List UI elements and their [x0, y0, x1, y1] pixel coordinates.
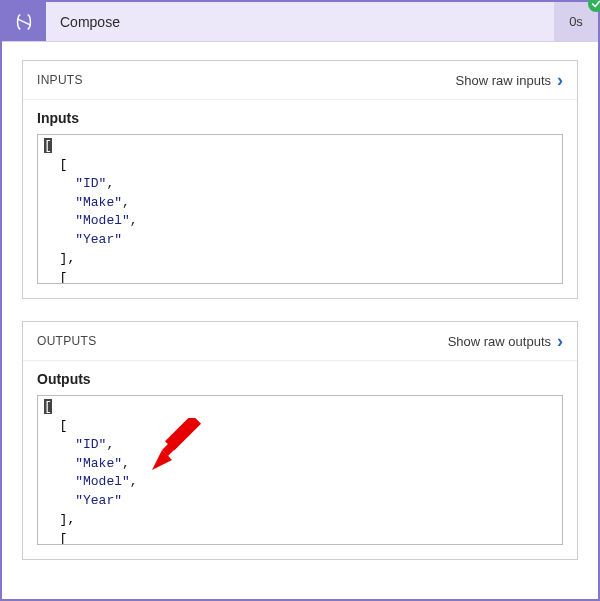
duration-text: 0s	[569, 14, 583, 29]
outputs-panel-header: OUTPUTS Show raw outputs ›	[23, 322, 577, 361]
outputs-subtitle: Outputs	[37, 371, 563, 387]
outputs-panel: OUTPUTS Show raw outputs › Outputs [ [ "…	[22, 321, 578, 560]
inputs-panel-header: INPUTS Show raw inputs ›	[23, 61, 577, 100]
success-check-icon	[588, 0, 600, 12]
inputs-section-label: INPUTS	[37, 73, 83, 87]
inputs-code-display[interactable]: [ [ "ID", "Make", "Model", "Year" ], [	[37, 134, 563, 284]
chevron-right-icon: ›	[557, 71, 563, 89]
svg-line-0	[17, 18, 30, 24]
show-raw-outputs-link[interactable]: Show raw outputs ›	[448, 332, 563, 350]
card-header: Compose 0s	[2, 2, 598, 42]
compose-icon	[2, 2, 46, 41]
inputs-panel: INPUTS Show raw inputs › Inputs [ [ "ID"…	[22, 60, 578, 299]
inputs-panel-body: Inputs [ [ "ID", "Make", "Model", "Year"…	[23, 100, 577, 298]
outputs-code-display[interactable]: [ [ "ID", "Make", "Model", "Year" ], [	[37, 395, 563, 545]
show-raw-inputs-link[interactable]: Show raw inputs ›	[456, 71, 563, 89]
outputs-section-label: OUTPUTS	[37, 334, 96, 348]
inputs-subtitle: Inputs	[37, 110, 563, 126]
duration-badge: 0s	[554, 2, 598, 41]
card-body: INPUTS Show raw inputs › Inputs [ [ "ID"…	[2, 42, 598, 594]
show-raw-inputs-text: Show raw inputs	[456, 73, 551, 88]
outputs-panel-body: Outputs [ [ "ID", "Make", "Model", "Year…	[23, 361, 577, 559]
card-title: Compose	[46, 2, 554, 41]
compose-card: Compose 0s INPUTS Show raw inputs › Inpu…	[0, 0, 600, 601]
chevron-right-icon: ›	[557, 332, 563, 350]
show-raw-outputs-text: Show raw outputs	[448, 334, 551, 349]
